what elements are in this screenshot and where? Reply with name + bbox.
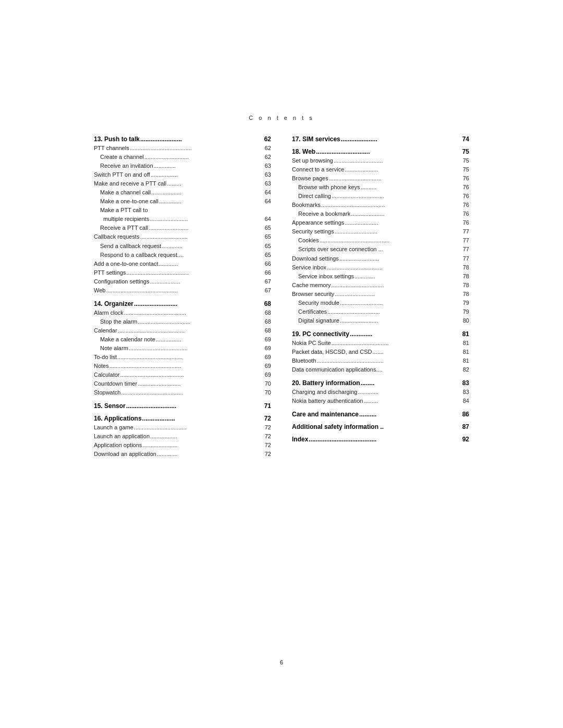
- toc-item: Security settings ......................…: [292, 227, 469, 236]
- toc-item: Launch an application ................. …: [94, 432, 271, 441]
- toc-item: Switch PTT on and off ................. …: [94, 170, 271, 179]
- section19-title: 19. PC connectivity ............. 81: [292, 330, 469, 338]
- toc-item: Service inbox ..........................…: [292, 263, 469, 272]
- toc-right: 17. SIM services ..................... 7…: [292, 130, 469, 459]
- toc-item: Respond to a callback request.... 65: [94, 251, 271, 260]
- toc-item: Make a PTT call to: [94, 206, 271, 215]
- toc-item: PTT settings ...........................…: [94, 268, 271, 277]
- toc-left: 13. Push to talk .......................…: [94, 130, 271, 459]
- toc-item: Scripts over secure connection ... 77: [292, 245, 469, 254]
- toc-item: Receive a bookmark .....................…: [292, 209, 469, 218]
- toc-item: Digital signature ......................…: [292, 316, 469, 325]
- section-care-title: Care and maintenance .......... 86: [292, 411, 469, 418]
- toc-item: Alarm clock ............................…: [94, 309, 271, 317]
- toc-item: Nokia PC Suite .........................…: [292, 339, 469, 348]
- toc-item: Launch a game ..........................…: [94, 423, 271, 432]
- toc-item: Notes ..................................…: [94, 362, 271, 371]
- toc-item: PTT channels ...........................…: [94, 144, 271, 153]
- toc-item: Receive a PTT call .....................…: [94, 224, 271, 232]
- toc-item: Stopwatch ..............................…: [94, 388, 271, 397]
- section14-title: 14. Organizer ......................... …: [94, 300, 271, 307]
- toc-item: Browse with phone keys .......... 76: [292, 183, 469, 192]
- toc-item: Receive an invitation .............. 63: [94, 162, 271, 170]
- toc-item: Calculator .............................…: [94, 371, 271, 379]
- toc-item: Create a channel .......................…: [94, 153, 271, 162]
- toc-item: multiple recipients ....................…: [94, 215, 271, 224]
- toc-item: Download an application ............. 72: [94, 450, 271, 459]
- toc-item: Configuration settings .................…: [94, 277, 271, 286]
- page-number-footer: 6: [0, 659, 563, 665]
- toc-item: Data communication applications.... 82: [292, 365, 469, 374]
- toc-item: Countdown timer ........................…: [94, 379, 271, 388]
- toc-item: Browser security .......................…: [292, 290, 469, 299]
- toc-item: Cookies ................................…: [292, 236, 469, 245]
- toc-item: Make a calendar note ................ 69: [94, 335, 271, 344]
- toc-item: Set up browsing ........................…: [292, 156, 469, 165]
- toc-item: Add a one-to-one contact ............ 66: [94, 260, 271, 268]
- section16-title: 16. Applications ................... 72: [94, 415, 271, 422]
- toc-item: Bluetooth ..............................…: [292, 356, 469, 365]
- toc-item: Security module ........................…: [292, 299, 469, 307]
- toc-item: Cache memory ...........................…: [292, 281, 469, 290]
- toc-item: Direct calling .........................…: [292, 192, 469, 201]
- toc-item: Make and receive a PTT call ......... 63: [94, 179, 271, 188]
- toc-item: Stop the alarm .........................…: [94, 317, 271, 326]
- toc-item: Make a one-to-one call .............. 64: [94, 197, 271, 206]
- toc-item: To-do list .............................…: [94, 353, 271, 362]
- toc-item: Application options ....................…: [94, 441, 271, 450]
- toc-item: Make a channel call ................... …: [94, 188, 271, 197]
- toc-item: Callback requests ......................…: [94, 232, 271, 241]
- toc-item: Packet data, HSCSD, and CSD ....... 81: [292, 348, 469, 356]
- toc-item: Nokia battery authentication ......... 8…: [292, 397, 469, 405]
- section20-title: 20. Battery information ........ 83: [292, 379, 469, 387]
- page: C o n t e n t s 13. Push to talk .......…: [0, 0, 563, 728]
- toc-container: 13. Push to talk .......................…: [0, 130, 563, 459]
- toc-item: Send a callback request ............. 65: [94, 242, 271, 251]
- toc-item: Bookmarks ..............................…: [292, 201, 469, 209]
- toc-item: Note alarm .............................…: [94, 344, 271, 353]
- section17-title: 17. SIM services ..................... 7…: [292, 135, 469, 143]
- toc-item: Web ....................................…: [94, 286, 271, 295]
- toc-item: Calendar ...............................…: [94, 326, 271, 335]
- toc-item: Service inbox settings ............. 78: [292, 272, 469, 281]
- section18-title: 18. Web ............................... …: [292, 148, 469, 155]
- toc-item: Appearance settings ....................…: [292, 218, 469, 227]
- contents-header: C o n t e n t s: [0, 0, 563, 121]
- section-safety-title: Additional safety information .. 87: [292, 423, 469, 430]
- toc-item: Connect to a service ...................…: [292, 165, 469, 174]
- toc-item: Charging and discharging ............. 8…: [292, 388, 469, 397]
- section15-title: 15. Sensor .............................…: [94, 402, 271, 410]
- toc-item: Browse pages ...........................…: [292, 174, 469, 183]
- toc-item: Certificates ...........................…: [292, 307, 469, 316]
- section13-title: 13. Push to talk .......................…: [94, 135, 271, 143]
- toc-item: Download settings ......................…: [292, 254, 469, 263]
- section-index-title: Index ..................................…: [292, 436, 469, 443]
